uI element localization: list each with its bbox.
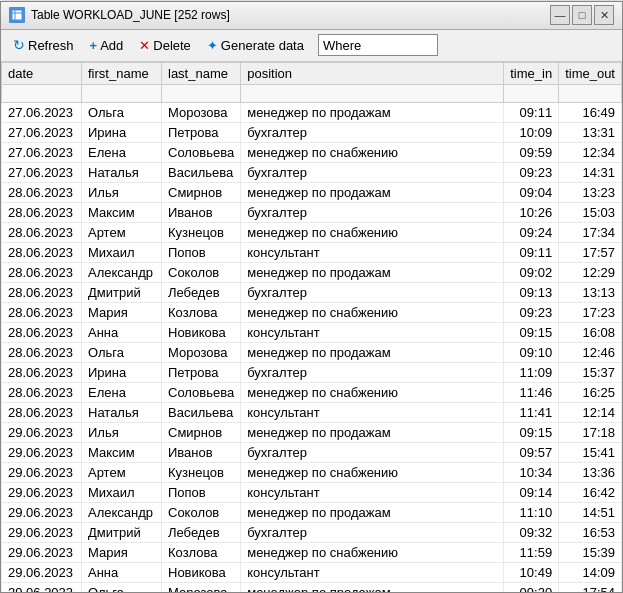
- maximize-button[interactable]: □: [572, 5, 592, 25]
- toolbar: ↻ Refresh + Add ✕ Delete ✦ Generate data: [1, 30, 622, 62]
- cell-first_name: Дмитрий: [82, 282, 162, 302]
- cell-time_in: 09:23: [504, 162, 559, 182]
- cell-date: 28.06.2023: [2, 382, 82, 402]
- cell-date: 29.06.2023: [2, 542, 82, 562]
- refresh-button[interactable]: ↻ Refresh: [7, 35, 80, 55]
- filter-time-out[interactable]: [560, 87, 620, 101]
- minimize-button[interactable]: —: [550, 5, 570, 25]
- table-row[interactable]: 28.06.2023ИринаПетровабухгалтер11:0915:3…: [2, 362, 622, 382]
- svg-rect-0: [12, 10, 22, 20]
- table-row[interactable]: 28.06.2023ЕленаСоловьеваменеджер по снаб…: [2, 382, 622, 402]
- cell-first_name: Елена: [82, 142, 162, 162]
- table-row[interactable]: 29.06.2023АннаНовиковаконсультант10:4914…: [2, 562, 622, 582]
- table-row[interactable]: 27.06.2023НатальяВасильевабухгалтер09:23…: [2, 162, 622, 182]
- cell-date: 29.06.2023: [2, 442, 82, 462]
- add-button[interactable]: + Add: [84, 36, 130, 55]
- add-icon: +: [90, 38, 98, 53]
- generate-button[interactable]: ✦ Generate data: [201, 36, 310, 55]
- cell-date: 28.06.2023: [2, 282, 82, 302]
- cell-time_out: 15:03: [559, 202, 622, 222]
- col-header-first-name[interactable]: first_name: [82, 62, 162, 84]
- table-container[interactable]: date first_name last_name position time_…: [1, 62, 622, 592]
- filter-date[interactable]: [3, 87, 80, 101]
- cell-first_name: Александр: [82, 262, 162, 282]
- cell-position: консультант: [241, 242, 504, 262]
- title-controls: — □ ✕: [550, 5, 614, 25]
- cell-first_name: Анна: [82, 562, 162, 582]
- table-row[interactable]: 28.06.2023ИльяСмирновменеджер по продажа…: [2, 182, 622, 202]
- table-row[interactable]: 27.06.2023ИринаПетровабухгалтер10:0913:3…: [2, 122, 622, 142]
- table-row[interactable]: 28.06.2023АлександрСоколовменеджер по пр…: [2, 262, 622, 282]
- cell-position: менеджер по снабжению: [241, 382, 504, 402]
- table-row[interactable]: 28.06.2023АннаНовиковаконсультант09:1516…: [2, 322, 622, 342]
- filter-time-in[interactable]: [505, 87, 557, 101]
- filter-first-name[interactable]: [83, 87, 160, 101]
- cell-first_name: Ольга: [82, 102, 162, 122]
- table-row[interactable]: 27.06.2023ЕленаСоловьеваменеджер по снаб…: [2, 142, 622, 162]
- cell-last_name: Лебедев: [162, 282, 241, 302]
- cell-time_in: 10:09: [504, 122, 559, 142]
- filter-last-name[interactable]: [163, 87, 239, 101]
- cell-position: менеджер по продажам: [241, 422, 504, 442]
- cell-time_out: 12:46: [559, 342, 622, 362]
- cell-position: менеджер по снабжению: [241, 142, 504, 162]
- cell-date: 28.06.2023: [2, 302, 82, 322]
- window-icon: [9, 7, 25, 23]
- table-row[interactable]: 28.06.2023МарияКозловаменеджер по снабже…: [2, 302, 622, 322]
- cell-last_name: Смирнов: [162, 422, 241, 442]
- table-row[interactable]: 29.06.2023ДмитрийЛебедевбухгалтер09:3216…: [2, 522, 622, 542]
- cell-last_name: Попов: [162, 482, 241, 502]
- cell-time_out: 16:08: [559, 322, 622, 342]
- cell-time_out: 15:41: [559, 442, 622, 462]
- cell-time_out: 12:14: [559, 402, 622, 422]
- cell-first_name: Александр: [82, 502, 162, 522]
- generate-icon: ✦: [207, 38, 218, 53]
- cell-last_name: Иванов: [162, 442, 241, 462]
- col-header-last-name[interactable]: last_name: [162, 62, 241, 84]
- table-row[interactable]: 29.06.2023МаксимИвановбухгалтер09:5715:4…: [2, 442, 622, 462]
- cell-position: менеджер по продажам: [241, 102, 504, 122]
- delete-label: Delete: [153, 38, 191, 53]
- cell-time_in: 09:23: [504, 302, 559, 322]
- delete-icon: ✕: [139, 38, 150, 53]
- cell-last_name: Соколов: [162, 262, 241, 282]
- cell-date: 28.06.2023: [2, 242, 82, 262]
- table-row[interactable]: 28.06.2023ДмитрийЛебедевбухгалтер09:1313…: [2, 282, 622, 302]
- close-button[interactable]: ✕: [594, 5, 614, 25]
- cell-time_in: 11:10: [504, 502, 559, 522]
- cell-time_in: 09:57: [504, 442, 559, 462]
- table-row[interactable]: 28.06.2023НатальяВасильеваконсультант11:…: [2, 402, 622, 422]
- cell-position: консультант: [241, 482, 504, 502]
- delete-button[interactable]: ✕ Delete: [133, 36, 197, 55]
- cell-date: 29.06.2023: [2, 522, 82, 542]
- cell-time_in: 09:15: [504, 422, 559, 442]
- cell-last_name: Лебедев: [162, 522, 241, 542]
- col-header-date[interactable]: date: [2, 62, 82, 84]
- table-row[interactable]: 28.06.2023МаксимИвановбухгалтер10:2615:0…: [2, 202, 622, 222]
- col-header-position[interactable]: position: [241, 62, 504, 84]
- table-row[interactable]: 28.06.2023МихаилПоповконсультант09:1117:…: [2, 242, 622, 262]
- cell-time_in: 09:59: [504, 142, 559, 162]
- table-row[interactable]: 29.06.2023ИльяСмирновменеджер по продажа…: [2, 422, 622, 442]
- col-header-time-in[interactable]: time_in: [504, 62, 559, 84]
- table-row[interactable]: 28.06.2023ОльгаМорозоваменеджер по прода…: [2, 342, 622, 362]
- cell-first_name: Наталья: [82, 162, 162, 182]
- cell-date: 28.06.2023: [2, 262, 82, 282]
- where-input[interactable]: [318, 34, 438, 56]
- table-row[interactable]: 28.06.2023АртемКузнецовменеджер по снабж…: [2, 222, 622, 242]
- filter-position[interactable]: [242, 87, 502, 101]
- table-row[interactable]: 29.06.2023МихаилПоповконсультант09:1416:…: [2, 482, 622, 502]
- table-row[interactable]: 29.06.2023АртемКузнецовменеджер по снабж…: [2, 462, 622, 482]
- cell-first_name: Илья: [82, 422, 162, 442]
- cell-last_name: Морозова: [162, 342, 241, 362]
- cell-position: консультант: [241, 562, 504, 582]
- col-header-time-out[interactable]: time_out: [559, 62, 622, 84]
- cell-time_out: 17:18: [559, 422, 622, 442]
- cell-last_name: Морозова: [162, 102, 241, 122]
- table-row[interactable]: 29.06.2023ОльгаМорозоваменеджер по прода…: [2, 582, 622, 592]
- table-row[interactable]: 29.06.2023МарияКозловаменеджер по снабже…: [2, 542, 622, 562]
- cell-time_out: 13:23: [559, 182, 622, 202]
- cell-time_in: 10:26: [504, 202, 559, 222]
- table-row[interactable]: 29.06.2023АлександрСоколовменеджер по пр…: [2, 502, 622, 522]
- table-row[interactable]: 27.06.2023ОльгаМорозоваменеджер по прода…: [2, 102, 622, 122]
